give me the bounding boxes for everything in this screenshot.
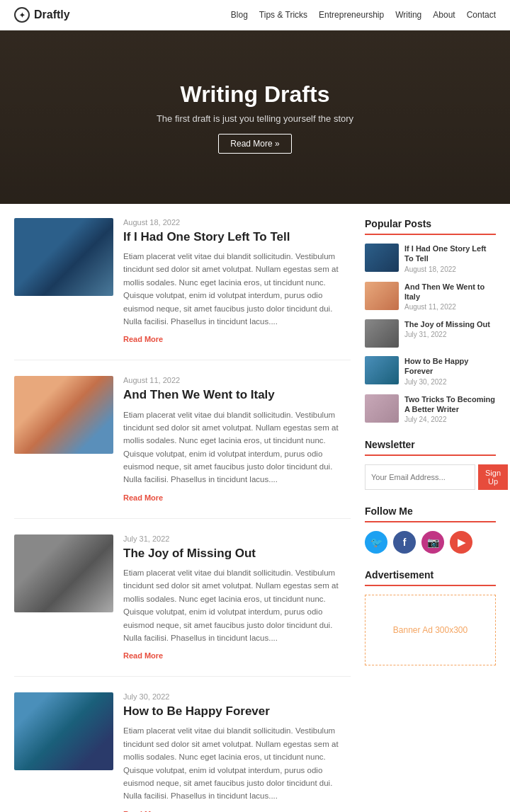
popular-thumbnail [365,394,399,423]
newsletter-title: Newsletter [365,439,496,456]
hero-cta-button[interactable]: Read More » [218,134,291,154]
nav-item-tips-&-tricks[interactable]: Tips & Tricks [259,10,307,20]
popular-title[interactable]: If I Had One Story Left To Tell [404,244,496,264]
post-date: August 11, 2022 [123,376,351,384]
post-content: July 31, 2022 The Joy of Missing Out Eti… [123,534,351,661]
social-icons: 🐦 f 📷 ▶ [365,531,496,554]
newsletter-email-input[interactable] [365,464,475,490]
popular-date: July 30, 2022 [404,378,496,386]
advertisement-title: Advertisement [365,569,496,586]
popular-date: July 24, 2022 [404,416,496,423]
popular-date: July 31, 2022 [404,331,490,338]
post-thumbnail [14,376,113,454]
popular-posts-section: Popular Posts If I Had One Story Left To… [365,218,496,423]
read-more-link[interactable]: Read More [123,493,163,502]
post-card: August 11, 2022 And Then We Went to Ital… [14,376,351,518]
popular-info: How to Be Happy Forever July 30, 2022 [404,356,496,386]
nav-item-entrepreneurship[interactable]: Entrepreneurship [319,10,384,20]
follow-section: Follow Me 🐦 f 📷 ▶ [365,505,496,554]
logo[interactable]: ✦ Draftly [14,7,70,23]
sidebar: Popular Posts If I Had One Story Left To… [365,218,496,812]
posts-column: August 18, 2022 If I Had One Story Left … [14,218,365,812]
post-thumbnail [14,218,113,296]
main-container: August 18, 2022 If I Had One Story Left … [0,204,510,812]
popular-thumbnail [365,244,399,272]
post-excerpt: Etiam placerat velit vitae dui blandit s… [123,250,351,328]
site-header: ✦ Draftly BlogTips & TricksEntrepreneurs… [0,0,510,30]
twitter-icon[interactable]: 🐦 [365,531,387,554]
instagram-icon[interactable]: 📷 [421,531,444,554]
nav-item-writing[interactable]: Writing [395,10,421,20]
read-more-link[interactable]: Read More [123,651,163,660]
popular-post-item: How to Be Happy Forever July 30, 2022 [365,356,496,386]
nav-item-about[interactable]: About [433,10,455,20]
advertisement-section: Advertisement Banner Ad 300x300 [365,569,496,665]
post-card: July 30, 2022 How to Be Happy Forever Et… [14,692,351,812]
post-title[interactable]: How to Be Happy Forever [123,704,351,719]
facebook-icon[interactable]: f [393,531,416,554]
popular-title[interactable]: Two Tricks To Becoming A Better Writer [404,394,496,415]
post-card: August 18, 2022 If I Had One Story Left … [14,218,351,360]
popular-post-item: The Joy of Missing Out July 31, 2022 [365,319,496,348]
popular-post-item: If I Had One Story Left To Tell August 1… [365,244,496,273]
newsletter-section: Newsletter Sign Up [365,439,496,490]
post-date: August 18, 2022 [123,218,351,227]
post-title[interactable]: And Then We Went to Italy [123,387,351,403]
post-excerpt: Etiam placerat velit vitae dui blandit s… [123,566,351,644]
hero-section: Writing Drafts The first draft is just y… [0,30,510,204]
post-title[interactable]: If I Had One Story Left To Tell [123,229,351,245]
post-excerpt: Etiam placerat velit vitae dui blandit s… [123,724,351,802]
nav-item-contact[interactable]: Contact [467,10,496,20]
post-thumbnail [14,534,113,612]
post-thumbnail [14,692,113,770]
popular-post-item: And Then We Went to Italy August 11, 202… [365,282,496,311]
popular-date: August 18, 2022 [404,265,496,273]
advertisement-banner[interactable]: Banner Ad 300x300 [365,595,496,665]
post-content: August 11, 2022 And Then We Went to Ital… [123,376,351,502]
popular-posts-title: Popular Posts [365,218,496,235]
popular-info: If I Had One Story Left To Tell August 1… [404,244,496,273]
popular-title[interactable]: And Then We Went to Italy [404,282,496,302]
popular-thumbnail [365,282,399,310]
read-more-link[interactable]: Read More [123,335,163,343]
popular-info: And Then We Went to Italy August 11, 202… [404,282,496,311]
post-card: July 31, 2022 The Joy of Missing Out Eti… [14,534,351,677]
popular-title[interactable]: How to Be Happy Forever [404,356,496,377]
post-date: July 31, 2022 [123,534,351,543]
logo-icon: ✦ [14,7,30,23]
popular-info: The Joy of Missing Out July 31, 2022 [404,319,490,338]
logo-text: Draftly [34,8,70,21]
newsletter-form: Sign Up [365,464,496,490]
follow-title: Follow Me [365,505,496,522]
newsletter-signup-button[interactable]: Sign Up [478,464,508,490]
popular-post-item: Two Tricks To Becoming A Better Writer J… [365,394,496,424]
popular-thumbnail [365,356,399,384]
hero-title: Writing Drafts [157,81,353,108]
post-content: July 30, 2022 How to Be Happy Forever Et… [123,692,351,812]
hero-content: Writing Drafts The first draft is just y… [157,81,353,154]
youtube-icon[interactable]: ▶ [450,531,472,554]
main-nav: BlogTips & TricksEntrepreneurshipWriting… [231,10,496,20]
popular-thumbnail [365,319,399,348]
post-excerpt: Etiam placerat velit vitae dui blandit s… [123,408,351,486]
popular-title[interactable]: The Joy of Missing Out [404,319,490,329]
post-title[interactable]: The Joy of Missing Out [123,546,351,561]
nav-item-blog[interactable]: Blog [231,10,248,20]
popular-info: Two Tricks To Becoming A Better Writer J… [404,394,496,424]
post-date: July 30, 2022 [123,692,351,701]
hero-subtitle: The first draft is just you telling your… [157,113,353,124]
post-content: August 18, 2022 If I Had One Story Left … [123,218,351,344]
popular-date: August 11, 2022 [404,303,496,311]
